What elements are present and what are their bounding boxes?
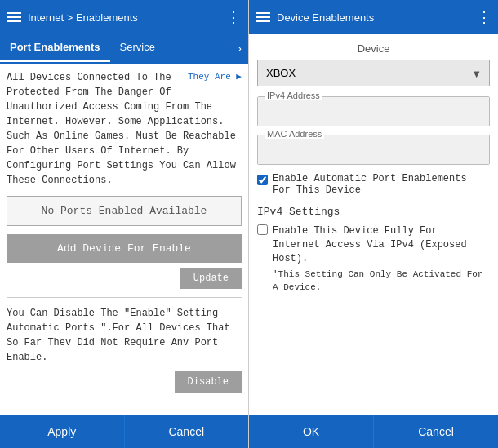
left-footer: Apply Cancel bbox=[0, 415, 248, 448]
right-header: Device Enablements ⋮ bbox=[249, 0, 498, 34]
ipv4-address-field: IPv4 Address bbox=[257, 96, 490, 126]
right-more-options-icon[interactable]: ⋮ bbox=[477, 8, 491, 26]
ok-button[interactable]: OK bbox=[249, 415, 374, 448]
right-cancel-button[interactable]: Cancel bbox=[374, 415, 498, 448]
left-panel: Internet > Enablements ⋮ Port Enablement… bbox=[0, 0, 249, 448]
ipv4-expose-label: Enable This Device Fully For Internet Ac… bbox=[273, 224, 490, 265]
auto-port-label: Enable Automatic Port Enablements For Th… bbox=[273, 173, 490, 196]
apply-button[interactable]: Apply bbox=[0, 415, 125, 448]
left-more-options-icon[interactable]: ⋮ bbox=[226, 8, 242, 26]
add-device-button[interactable]: Add Device For Enable bbox=[7, 234, 242, 263]
device-section-label: Device bbox=[257, 42, 490, 55]
description-text: They Are ▶ All Devices Connected To The … bbox=[7, 70, 242, 188]
divider bbox=[7, 297, 242, 298]
left-header: Internet > Enablements ⋮ bbox=[0, 0, 248, 34]
cancel-button[interactable]: Cancel bbox=[125, 415, 249, 448]
ipv4-section-title: IPv4 Settings bbox=[257, 206, 490, 218]
right-content: Device XBOX PC PlayStation Other ▼ IPv4 … bbox=[249, 34, 498, 415]
tab-chevron-icon[interactable]: › bbox=[231, 35, 248, 61]
right-panel: Device Enablements ⋮ Device XBOX PC Play… bbox=[249, 0, 498, 448]
see-link[interactable]: They Are ▶ bbox=[188, 70, 242, 84]
tab-bar: Port Enablements Service › bbox=[0, 34, 248, 64]
mac-address-label: MAC Address bbox=[265, 129, 324, 139]
tab-port-enablements[interactable]: Port Enablements bbox=[0, 34, 110, 62]
no-ports-box: No Ports Enabled Available bbox=[7, 196, 242, 226]
left-content: They Are ▶ All Devices Connected To The … bbox=[0, 64, 248, 415]
ipv4-address-label: IPv4 Address bbox=[265, 91, 322, 100]
ipv4-address-input[interactable] bbox=[258, 97, 489, 126]
right-header-title: Device Enablements bbox=[277, 11, 374, 24]
mac-address-input[interactable] bbox=[258, 135, 489, 164]
ipv4-checkbox-row: Enable This Device Fully For Internet Ac… bbox=[257, 224, 490, 294]
disable-description: You Can Disable The "Enable" Setting Aut… bbox=[7, 306, 242, 365]
device-dropdown-wrapper: XBOX PC PlayStation Other ▼ bbox=[257, 60, 490, 86]
auto-port-checkbox[interactable] bbox=[257, 175, 268, 185]
left-header-title: Internet > Enablements bbox=[28, 11, 138, 24]
ipv4-note: 'This Setting Can Only Be Activated For … bbox=[273, 268, 490, 294]
right-footer: OK Cancel bbox=[249, 415, 498, 448]
disable-button[interactable]: Disable bbox=[175, 371, 242, 393]
disable-section: You Can Disable The "Enable" Setting Aut… bbox=[7, 306, 242, 399]
auto-port-checkbox-row: Enable Automatic Port Enablements For Th… bbox=[257, 173, 490, 196]
device-dropdown[interactable]: XBOX PC PlayStation Other bbox=[257, 60, 490, 86]
right-hamburger-icon[interactable] bbox=[256, 12, 270, 22]
tab-service[interactable]: Service bbox=[110, 34, 165, 62]
hamburger-icon[interactable] bbox=[7, 12, 21, 22]
mac-address-field: MAC Address bbox=[257, 135, 490, 165]
ipv4-expose-checkbox[interactable] bbox=[257, 224, 268, 235]
update-button[interactable]: Update bbox=[180, 268, 242, 289]
